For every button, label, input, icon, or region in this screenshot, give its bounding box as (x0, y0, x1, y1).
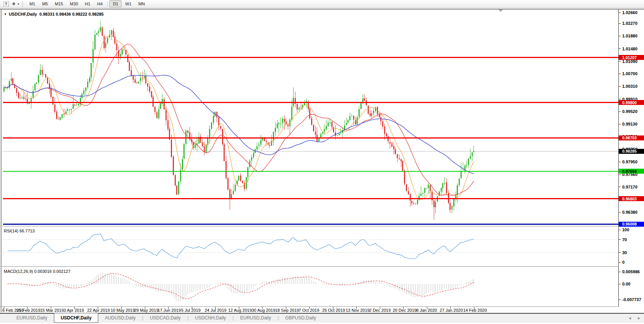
date-label: 15 Mar 2019 (40, 308, 64, 313)
price-label-box-0.99800: 0.99800 (619, 100, 644, 105)
date-label: 30 Aug 2019 (252, 308, 276, 313)
date-label: 2 Dec 2019 (369, 308, 391, 313)
timeframe-button-d1[interactable]: D1 (109, 0, 122, 7)
date-label: 7 Oct 2019 (299, 308, 320, 313)
svg-text:0.98703: 0.98703 (622, 135, 637, 140)
rsi-scale-label: 100 (622, 227, 629, 232)
chart-tab-usdcnh-daily[interactable]: USDCNH,Daily (188, 314, 232, 323)
toolbar-grip (22, 1, 24, 6)
timeframe-button-m30[interactable]: M30 (67, 0, 81, 7)
text-tool-button[interactable]: T (2, 0, 10, 7)
rsi-scale-label: 70 (622, 237, 627, 242)
price-tick-label: 0.97170 (622, 185, 638, 189)
price-tick-label: 0.96380 (622, 210, 638, 214)
chart-tab-bar: EURUSD,DailyUSDCHF,DailyAUDUSD,Daily|USD… (0, 313, 644, 323)
timeframe-button-m15[interactable]: M15 (51, 0, 66, 7)
tab-items: EURUSD,DailyUSDCHF,DailyAUDUSD,Daily|USD… (10, 314, 323, 323)
timeframe-button-m5[interactable]: M5 (39, 0, 51, 7)
chart-tools-button[interactable]: ❖ ▾ (10, 0, 21, 7)
timeframe-button-group: M1M5M15M30H1H4D1W1MN (26, 0, 148, 7)
chart-tab-usdchf-daily[interactable]: USDCHF,Daily (54, 313, 99, 323)
price-label-box-0.98703: 0.98703 (619, 135, 644, 140)
svg-text:0.99800: 0.99800 (622, 100, 637, 105)
price-label-box-1.01207: 1.01207 (619, 55, 644, 60)
macd-scale-label: 0.005986 (622, 269, 640, 274)
date-label: 18 Sep 2019 (275, 308, 299, 313)
price-tick-label: 0.97950 (622, 160, 638, 164)
price-label-box-0.97658: 0.97658 (619, 169, 644, 174)
ohlc-values: 0.98331 0.98436 0.98222 0.98285 (39, 12, 104, 16)
date-label: 5 Jul 2019 (181, 308, 201, 313)
date-label: 27 Jan 2020 (440, 308, 463, 313)
svg-text:0.96803: 0.96803 (622, 197, 637, 201)
price-label-box-0.96803: 0.96803 (619, 196, 644, 201)
dropdown-caret-icon: ▾ (18, 2, 19, 6)
chart-tab-usdcad-daily[interactable]: USDCAD,Daily (143, 314, 187, 323)
date-label: 8 Jan 2020 (416, 308, 437, 313)
toolbar-separator (107, 1, 108, 6)
text-tool-icon: T (3, 2, 9, 6)
tab-scroll-right-icon[interactable]: ► (637, 316, 641, 320)
price-tick-label: 1.01880 (622, 34, 638, 38)
timeframe-button-mn[interactable]: MN (135, 0, 148, 7)
date-label: 20 Dec 2019 (393, 308, 417, 313)
timeframe-button-h4[interactable]: H4 (94, 0, 106, 7)
macd-scale-label: -0.007737 (622, 297, 641, 302)
date-axis: 6 Feb 201925 Feb 201915 Mar 20193 Apr 20… (2, 307, 487, 313)
macd-current-values: 0.003016 0.002127 (34, 269, 70, 274)
chart-tab-gbpusd-daily[interactable]: GBPUSD,Daily (279, 314, 323, 323)
tab-scroll-left-icon[interactable]: ◄ (628, 316, 632, 320)
rsi-scale-label: 30 (622, 250, 627, 255)
timeframe-button-m1[interactable]: M1 (26, 0, 39, 7)
macd-scale-label: 0.00 (622, 282, 630, 286)
date-label: 12 Aug 2019 (228, 308, 252, 313)
date-label: 22 Apr 2019 (87, 308, 110, 313)
rsi-name: RSI(14) (4, 229, 18, 233)
top-toolbar: T ❖ ▾ M1M5M15M30H1H4D1W1MN (0, 0, 644, 8)
date-label: 3 Apr 2019 (64, 308, 84, 313)
rsi-scale-label: 0 (622, 260, 625, 264)
price-label-box-0.98285: 0.98285 (619, 149, 644, 154)
svg-text:0.98285: 0.98285 (622, 149, 637, 153)
timeframe-button-w1[interactable]: W1 (122, 0, 135, 7)
metatrader-window: { "toolbar": { "icons": { "text_tool_gly… (0, 0, 644, 324)
price-tick-label: 0.99520 (622, 109, 638, 114)
price-tick-label: 1.00310 (622, 84, 638, 89)
date-label: 29 May 2019 (134, 308, 159, 313)
date-label: 14 Feb 2020 (463, 308, 487, 313)
price-tick-label: 1.00700 (622, 71, 638, 76)
svg-text:0.97658: 0.97658 (622, 169, 637, 174)
svg-text:0.96008: 0.96008 (622, 222, 637, 226)
price-tick-label: 1.02660 (622, 10, 638, 15)
tab-scroll-buttons: ◄ ► (628, 316, 641, 320)
svg-text:1.01207: 1.01207 (622, 55, 637, 60)
collapse-icon: ▼ (4, 13, 7, 16)
date-label: 13 Nov 2019 (346, 308, 370, 313)
timeframe-button-h1[interactable]: H1 (81, 0, 94, 7)
date-label: 17 Jun 2019 (158, 308, 181, 313)
price-tick-label: 0.99130 (622, 122, 638, 126)
rsi-current-value: 66.7713 (19, 229, 35, 233)
date-label: 25 Oct 2019 (322, 308, 345, 313)
date-label: 25 Feb 2019 (17, 308, 41, 313)
date-label: 24 Jul 2019 (205, 308, 227, 313)
date-label: 10 May 2019 (111, 308, 135, 313)
macd-name: MACD(12,26,9) (4, 269, 33, 274)
rsi-indicator-label: RSI(14) 66.7713 (4, 229, 35, 233)
chart-area[interactable]: 1.026601.022701.018801.014801.010901.007… (0, 0, 644, 324)
chart-tab-eurusd-daily[interactable]: EURUSD,Daily (10, 314, 54, 323)
chart-tab-eurusd-daily[interactable]: EURUSD,Daily (234, 314, 277, 323)
price-label-box-0.96008: 0.96008 (619, 222, 644, 227)
symbol-label: USDCHF,Daily (9, 12, 37, 16)
price-tick-label: 1.01480 (622, 47, 638, 51)
chart-symbol-header: ▼USDCHF,Daily 0.98331 0.98436 0.98222 0.… (4, 12, 104, 16)
price-tick-label: 1.02270 (622, 21, 638, 26)
chart-tab-audusd-daily[interactable]: AUDUSD,Daily (98, 314, 142, 323)
chart-tools-icon: ❖ (12, 2, 16, 6)
macd-indicator-label: MACD(12,26,9) 0.003016 0.002127 (4, 269, 70, 274)
